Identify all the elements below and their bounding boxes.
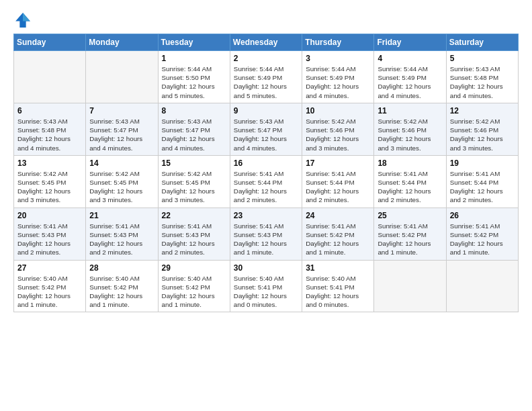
weekday-header-wednesday: Wednesday — [230, 34, 302, 51]
day-detail: Sunrise: 5:41 AMSunset: 5:44 PMDaylight:… — [306, 169, 370, 205]
day-number: 19 — [450, 158, 515, 168]
day-number: 16 — [234, 158, 298, 168]
day-detail: Sunrise: 5:43 AMSunset: 5:48 PMDaylight:… — [450, 64, 515, 100]
page: SundayMondayTuesdayWednesdayThursdayFrid… — [0, 0, 532, 411]
day-number: 18 — [378, 158, 442, 168]
day-detail: Sunrise: 5:41 AMSunset: 5:44 PMDaylight:… — [234, 169, 298, 205]
calendar-day-cell: 7Sunrise: 5:43 AMSunset: 5:47 PMDaylight… — [86, 103, 158, 155]
calendar-day-cell: 15Sunrise: 5:42 AMSunset: 5:45 PMDayligh… — [158, 155, 230, 208]
day-detail: Sunrise: 5:43 AMSunset: 5:47 PMDaylight:… — [162, 117, 226, 152]
day-number: 2 — [234, 54, 298, 63]
calendar-day-cell: 17Sunrise: 5:41 AMSunset: 5:44 PMDayligh… — [302, 155, 374, 208]
calendar-week-row: 1Sunrise: 5:44 AMSunset: 5:50 PMDaylight… — [14, 51, 519, 103]
day-number: 5 — [450, 54, 515, 63]
calendar-day-cell: 19Sunrise: 5:41 AMSunset: 5:44 PMDayligh… — [446, 155, 518, 208]
day-detail: Sunrise: 5:44 AMSunset: 5:49 PMDaylight:… — [234, 64, 298, 100]
calendar-week-row: 13Sunrise: 5:42 AMSunset: 5:45 PMDayligh… — [14, 155, 519, 208]
calendar-day-cell — [86, 51, 158, 103]
calendar-day-cell: 10Sunrise: 5:42 AMSunset: 5:46 PMDayligh… — [302, 103, 374, 155]
calendar-day-cell: 3Sunrise: 5:44 AMSunset: 5:49 PMDaylight… — [302, 51, 374, 103]
day-detail: Sunrise: 5:40 AMSunset: 5:41 PMDaylight:… — [306, 274, 370, 310]
calendar-day-cell: 23Sunrise: 5:41 AMSunset: 5:43 PMDayligh… — [230, 208, 302, 260]
calendar-day-cell: 21Sunrise: 5:41 AMSunset: 5:43 PMDayligh… — [86, 208, 158, 260]
day-detail: Sunrise: 5:42 AMSunset: 5:46 PMDaylight:… — [450, 117, 515, 152]
day-number: 11 — [378, 106, 442, 116]
day-number: 4 — [378, 54, 442, 63]
day-number: 7 — [89, 106, 154, 116]
weekday-header-monday: Monday — [86, 34, 158, 51]
day-detail: Sunrise: 5:44 AMSunset: 5:49 PMDaylight:… — [306, 64, 370, 100]
calendar-week-row: 6Sunrise: 5:43 AMSunset: 5:48 PMDaylight… — [14, 103, 519, 155]
calendar-day-cell: 11Sunrise: 5:42 AMSunset: 5:46 PMDayligh… — [374, 103, 446, 155]
day-detail: Sunrise: 5:40 AMSunset: 5:42 PMDaylight:… — [17, 274, 82, 310]
weekday-header-saturday: Saturday — [446, 34, 518, 51]
day-detail: Sunrise: 5:41 AMSunset: 5:43 PMDaylight:… — [89, 222, 154, 257]
calendar-day-cell: 31Sunrise: 5:40 AMSunset: 5:41 PMDayligh… — [302, 260, 374, 312]
day-detail: Sunrise: 5:42 AMSunset: 5:45 PMDaylight:… — [17, 169, 82, 205]
day-detail: Sunrise: 5:43 AMSunset: 5:47 PMDaylight:… — [89, 117, 154, 152]
day-detail: Sunrise: 5:41 AMSunset: 5:43 PMDaylight:… — [17, 222, 82, 257]
day-detail: Sunrise: 5:40 AMSunset: 5:41 PMDaylight:… — [234, 274, 298, 310]
calendar-day-cell: 27Sunrise: 5:40 AMSunset: 5:42 PMDayligh… — [14, 260, 86, 312]
day-number: 22 — [162, 211, 226, 220]
day-number: 3 — [306, 54, 370, 63]
calendar-day-cell — [14, 51, 86, 103]
day-number: 6 — [17, 106, 82, 116]
day-number: 20 — [17, 211, 82, 220]
day-number: 23 — [234, 211, 298, 220]
calendar-day-cell: 12Sunrise: 5:42 AMSunset: 5:46 PMDayligh… — [446, 103, 518, 155]
day-detail: Sunrise: 5:41 AMSunset: 5:42 PMDaylight:… — [378, 222, 442, 257]
weekday-header-friday: Friday — [374, 34, 446, 51]
day-number: 30 — [234, 263, 298, 273]
day-detail: Sunrise: 5:42 AMSunset: 5:45 PMDaylight:… — [89, 169, 154, 205]
day-number: 29 — [162, 263, 226, 273]
calendar-day-cell: 20Sunrise: 5:41 AMSunset: 5:43 PMDayligh… — [14, 208, 86, 260]
weekday-header-sunday: Sunday — [14, 34, 86, 51]
day-number: 13 — [17, 158, 82, 168]
calendar-day-cell: 22Sunrise: 5:41 AMSunset: 5:43 PMDayligh… — [158, 208, 230, 260]
calendar-day-cell — [374, 260, 446, 312]
day-detail: Sunrise: 5:44 AMSunset: 5:49 PMDaylight:… — [378, 64, 442, 100]
logo — [13, 11, 35, 30]
calendar-day-cell: 30Sunrise: 5:40 AMSunset: 5:41 PMDayligh… — [230, 260, 302, 312]
logo-icon — [13, 11, 32, 30]
weekday-header-thursday: Thursday — [302, 34, 374, 51]
calendar-day-cell: 13Sunrise: 5:42 AMSunset: 5:45 PMDayligh… — [14, 155, 86, 208]
day-number: 27 — [17, 263, 82, 273]
calendar-day-cell: 25Sunrise: 5:41 AMSunset: 5:42 PMDayligh… — [374, 208, 446, 260]
calendar-day-cell: 26Sunrise: 5:41 AMSunset: 5:42 PMDayligh… — [446, 208, 518, 260]
calendar-day-cell: 18Sunrise: 5:41 AMSunset: 5:44 PMDayligh… — [374, 155, 446, 208]
calendar-day-cell: 16Sunrise: 5:41 AMSunset: 5:44 PMDayligh… — [230, 155, 302, 208]
day-detail: Sunrise: 5:41 AMSunset: 5:44 PMDaylight:… — [378, 169, 442, 205]
calendar-day-cell: 4Sunrise: 5:44 AMSunset: 5:49 PMDaylight… — [374, 51, 446, 103]
svg-marker-1 — [23, 13, 30, 21]
calendar-week-row: 20Sunrise: 5:41 AMSunset: 5:43 PMDayligh… — [14, 208, 519, 260]
day-detail: Sunrise: 5:42 AMSunset: 5:46 PMDaylight:… — [306, 117, 370, 152]
day-number: 21 — [89, 211, 154, 220]
day-detail: Sunrise: 5:43 AMSunset: 5:48 PMDaylight:… — [17, 117, 82, 152]
calendar-day-cell: 9Sunrise: 5:43 AMSunset: 5:47 PMDaylight… — [230, 103, 302, 155]
weekday-header-tuesday: Tuesday — [158, 34, 230, 51]
calendar-day-cell: 1Sunrise: 5:44 AMSunset: 5:50 PMDaylight… — [158, 51, 230, 103]
calendar-day-cell: 2Sunrise: 5:44 AMSunset: 5:49 PMDaylight… — [230, 51, 302, 103]
calendar-day-cell — [446, 260, 518, 312]
day-detail: Sunrise: 5:41 AMSunset: 5:44 PMDaylight:… — [450, 169, 515, 205]
calendar-day-cell: 14Sunrise: 5:42 AMSunset: 5:45 PMDayligh… — [86, 155, 158, 208]
weekday-header-row: SundayMondayTuesdayWednesdayThursdayFrid… — [14, 34, 519, 51]
day-number: 26 — [450, 211, 515, 220]
day-detail: Sunrise: 5:42 AMSunset: 5:45 PMDaylight:… — [162, 169, 226, 205]
day-detail: Sunrise: 5:42 AMSunset: 5:46 PMDaylight:… — [378, 117, 442, 152]
calendar-day-cell: 24Sunrise: 5:41 AMSunset: 5:42 PMDayligh… — [302, 208, 374, 260]
day-number: 15 — [162, 158, 226, 168]
day-detail: Sunrise: 5:40 AMSunset: 5:42 PMDaylight:… — [162, 274, 226, 310]
calendar: SundayMondayTuesdayWednesdayThursdayFrid… — [13, 34, 519, 312]
day-number: 25 — [378, 211, 442, 220]
day-detail: Sunrise: 5:41 AMSunset: 5:43 PMDaylight:… — [234, 222, 298, 257]
calendar-day-cell: 6Sunrise: 5:43 AMSunset: 5:48 PMDaylight… — [14, 103, 86, 155]
day-detail: Sunrise: 5:41 AMSunset: 5:42 PMDaylight:… — [450, 222, 515, 257]
day-detail: Sunrise: 5:44 AMSunset: 5:50 PMDaylight:… — [162, 64, 226, 100]
calendar-day-cell: 5Sunrise: 5:43 AMSunset: 5:48 PMDaylight… — [446, 51, 518, 103]
day-number: 31 — [306, 263, 370, 273]
calendar-day-cell: 28Sunrise: 5:40 AMSunset: 5:42 PMDayligh… — [86, 260, 158, 312]
day-detail: Sunrise: 5:43 AMSunset: 5:47 PMDaylight:… — [234, 117, 298, 152]
